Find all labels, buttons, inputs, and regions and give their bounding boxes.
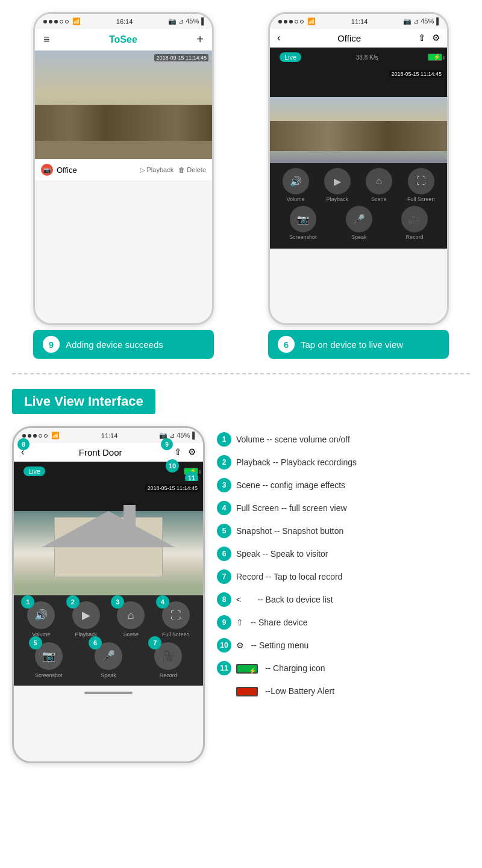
large-controls-row2: 5 📷 Screenshot 6 🎤 Speak 7	[19, 642, 198, 678]
ann-item-3: 3 Scene -- config image effects	[217, 478, 470, 492]
right-label-text: Tap on device to live view	[301, 339, 403, 350]
volume-ctrl[interactable]: 🔊 Volume	[283, 168, 309, 202]
playback-icon: ▶	[324, 168, 351, 194]
section-divider	[12, 373, 470, 374]
speak-label: Speak	[351, 234, 367, 240]
large-settings-icon[interactable]: ⚙	[188, 447, 196, 457]
controls-row1: 🔊 Volume ▶ Playback ⌂ Scene	[275, 168, 442, 202]
large-share-icon[interactable]: ⇧	[174, 447, 182, 457]
right-cam-timestamp: 2018-05-15 11:14:45	[389, 70, 443, 78]
large-phone-controls: 1 🔊 Volume 2 ▶ Playback 3 ⌂	[14, 595, 203, 686]
ann-text-4: Full Screen -- full screen view	[236, 501, 347, 515]
l-dot2	[28, 434, 31, 438]
l-dot3	[33, 434, 37, 438]
menu-icon[interactable]: ≡	[43, 33, 50, 46]
ann-text-3: Scene -- config image effects	[236, 478, 345, 492]
right-phone-wrapper: 📶 11:14 📷 ⊿ 45%▐ ‹ Office ⇧ ⚙	[247, 12, 470, 359]
record-ctrl[interactable]: 🎥 Record	[401, 206, 428, 240]
add-icon[interactable]: +	[196, 33, 204, 46]
fullscreen-ctrl[interactable]: ⛶ Full Screen	[407, 168, 435, 202]
top-section: 📶 16:14 📷 ⊿ 45%▐ ≡ ToSee +	[12, 12, 470, 359]
ann-item-1: 1 Volume -- scene volume on/off	[217, 432, 470, 447]
volume-icon: 🔊	[283, 168, 309, 194]
fullscreen-label: Full Screen	[407, 196, 435, 202]
playback-btn[interactable]: ▷ Playback	[140, 166, 174, 174]
ann-num-1: 1	[217, 432, 231, 447]
left-label-num: 9	[43, 336, 60, 353]
ann-text-1: Volume -- scene volume on/off	[236, 432, 350, 447]
battery-body: ⚡	[428, 54, 442, 61]
ann-item-11: 11 ⚡ -- Charging icon	[217, 661, 470, 675]
back-icon[interactable]: ‹	[277, 33, 280, 43]
ann-num-2: 2	[217, 455, 231, 470]
volume-label: Volume	[287, 196, 305, 202]
r-dot1	[278, 20, 282, 23]
large-signal-dots: 📶	[22, 432, 60, 439]
r-dot2	[284, 20, 287, 23]
right-camera-feed: 2018-05-15 11:14:45	[270, 67, 447, 163]
large-playback-btn[interactable]: 2 ▶ Playback	[72, 601, 100, 637]
ann-num-7: 7	[217, 569, 231, 584]
right-label-num: 6	[278, 336, 295, 353]
ann-item-2: 2 Playback -- Playback recordings	[217, 455, 470, 470]
screenshot-icon: 📷	[290, 206, 316, 232]
ann-text-11: ⚡ -- Charging icon	[236, 661, 325, 675]
signal-dots: 📶	[43, 17, 81, 25]
ann-num-10: 10	[217, 638, 231, 653]
large-controls-row1: 1 🔊 Volume 2 ▶ Playback 3 ⌂	[19, 601, 198, 637]
large-nav-actions: ⇧ ⚙	[174, 447, 196, 457]
main-container: 📶 16:14 📷 ⊿ 45%▐ ≡ ToSee +	[0, 0, 482, 775]
phone-home-bar	[14, 686, 203, 700]
left-label-bar: 9 Adding device succeeds	[33, 330, 214, 359]
right-phone-controls: 🔊 Volume ▶ Playback ⌂ Scene	[270, 163, 447, 249]
left-phone-wrapper: 📶 16:14 📷 ⊿ 45%▐ ≡ ToSee +	[12, 12, 235, 359]
num6-badge: 6	[89, 636, 102, 649]
playback-label: Playback	[326, 196, 348, 202]
large-scene-btn[interactable]: 3 ⌂ Scene	[117, 601, 145, 637]
bottom-section: 📶 11:14 📷 ⊿ 45%▐ ‹ 8 Front Door 9 ⇧ ⚙	[12, 426, 470, 763]
ann-item-battery-alert: --Low Battery Alert	[217, 684, 470, 698]
left-phone-time: 16:14	[116, 18, 133, 25]
right-phone-title: Office	[337, 33, 361, 43]
home-indicator	[84, 692, 133, 694]
r-dot5	[300, 20, 304, 23]
dot5	[65, 20, 69, 23]
ann-text-6: Speak -- Speak to visitor	[236, 547, 328, 561]
speak-ctrl[interactable]: 🎤 Speak	[346, 206, 372, 240]
large-fullscreen-btn[interactable]: 4 ⛶ Full Screen	[162, 601, 190, 637]
scene-icon: ⌂	[366, 168, 392, 194]
ann-text-5: Snapshot -- Snapshot button	[236, 524, 343, 538]
large-volume-btn[interactable]: 1 🔊 Volume	[27, 601, 55, 637]
left-phone: 📶 16:14 📷 ⊿ 45%▐ ≡ ToSee +	[33, 12, 214, 325]
large-speak-label: Speak	[101, 672, 116, 678]
large-record-btn[interactable]: 7 🎥 Record	[154, 642, 182, 678]
fullscreen-icon: ⛶	[408, 168, 434, 194]
ann-text-9: ⇧ -- Share device	[236, 615, 308, 630]
ann-item-9: 9 ⇧ -- Share device	[217, 615, 470, 630]
delete-btn[interactable]: 🗑 Delete	[178, 166, 206, 174]
share-icon[interactable]: ⇧	[418, 33, 426, 43]
battery-indicator: ⚡	[428, 54, 442, 61]
scene-ctrl[interactable]: ⌂ Scene	[366, 168, 392, 202]
right-phone-navbar: ‹ Office ⇧ ⚙	[270, 29, 447, 48]
settings-icon[interactable]: ⚙	[432, 33, 440, 43]
right-nav-actions: ⇧ ⚙	[418, 33, 440, 43]
live-badge: Live	[280, 52, 301, 62]
screenshot-label: Screenshot	[289, 234, 317, 240]
screenshot-ctrl[interactable]: 📷 Screenshot	[289, 206, 317, 240]
left-cam-timestamp: 2018-09-15 11:14:45	[154, 54, 208, 61]
large-screenshot-btn[interactable]: 5 📷 Screenshot	[35, 642, 63, 678]
camera-feed-left: 2018-09-15 11:14:45	[35, 51, 212, 159]
tosee-content: 2018-09-15 11:14:45 📷 Office ▷ Playback …	[35, 51, 212, 181]
ann-num-11: 11	[217, 661, 231, 675]
device-actions: ▷ Playback 🗑 Delete	[140, 166, 206, 174]
large-scene-label: Scene	[123, 631, 139, 637]
num9-badge: 9	[161, 438, 173, 450]
large-phone-status-bar: 📶 11:14 📷 ⊿ 45%▐	[14, 428, 203, 443]
large-speak-btn[interactable]: 6 🎤 Speak	[95, 642, 122, 678]
playback-ctrl[interactable]: ▶ Playback	[324, 168, 351, 202]
ann-item-10: 10 ⚙ -- Setting menu	[217, 638, 470, 653]
right-phone-status-bar: 📶 11:14 📷 ⊿ 45%▐	[270, 14, 447, 29]
right-phone-time: 11:14	[351, 18, 368, 25]
live-view-content: Live 38.8 K/s ⚡ 2018-05-15 11:14:45	[270, 48, 447, 249]
